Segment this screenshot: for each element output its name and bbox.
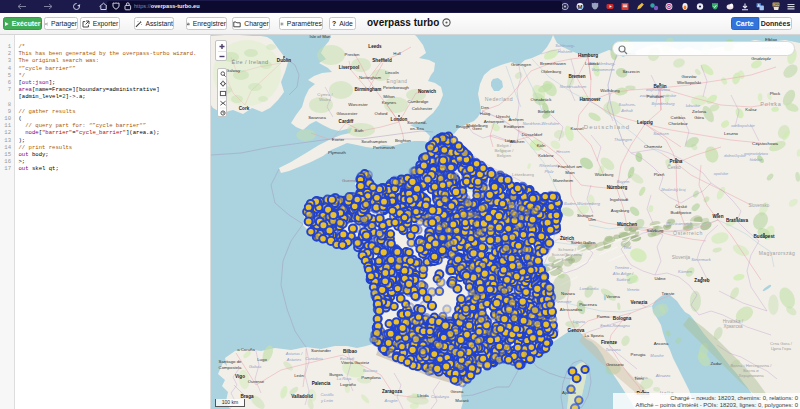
svg-text:Mannheim: Mannheim [553,178,573,183]
svg-text:Milton: Milton [383,94,395,99]
svg-text:Peterborough: Peterborough [383,85,410,90]
svg-text:Schleswig-: Schleswig- [555,43,575,48]
svg-text:Osnabrück: Osnabrück [531,97,553,102]
svg-text:Alessandria: Alessandria [560,307,583,312]
svg-text:Liège: Liège [505,138,516,143]
svg-text:Parma: Parma [597,314,610,319]
svg-text:Burgos: Burgos [329,372,343,377]
svg-text:Ingolstadt: Ingolstadt [610,197,629,202]
svg-text:Svizra: Svizra [561,257,573,262]
svg-text:Bielefeld: Bielefeld [538,109,555,114]
svg-text:Tirol: Tirol [623,245,631,250]
svg-text:Ourense: Ourense [248,379,265,384]
svg-text:Perugia: Perugia [631,352,646,357]
svg-text:Firenze: Firenze [601,340,618,345]
svg-text:La Spezia: La Spezia [584,333,604,338]
svg-text:Bath: Bath [355,128,364,133]
svg-text:Baden-Württemberg: Baden-Württemberg [564,201,601,206]
svg-text:Wolfsburg: Wolfsburg [600,88,620,93]
svg-text:Vitoria-Gasteiz: Vitoria-Gasteiz [341,360,369,365]
svg-text:Catalunya: Catalunya [431,394,450,399]
svg-text:Hamburg: Hamburg [578,53,598,58]
svg-text:Terni: Terni [634,376,643,381]
svg-text:Zaragoza: Zaragoza [382,389,403,394]
svg-text:Rheinland-: Rheinland- [539,163,559,168]
svg-text:Deutschland: Deutschland [584,124,631,130]
svg-text:Düsseldorf: Düsseldorf [522,132,543,137]
svg-text:Leszno: Leszno [724,131,738,136]
svg-text:Kärnten: Kärnten [678,269,693,274]
svg-text:Southampton: Southampton [361,139,387,144]
svg-text:Oberösterreich: Oberösterreich [666,221,693,226]
svg-text:Sankt Gallen: Sankt Gallen [571,240,596,245]
svg-text:Хрватска: Хрватска [723,324,743,329]
svg-text:Lugo: Lugo [257,357,267,362]
svg-text:Trieste: Trieste [662,291,676,296]
svg-text:wielkopolskie: wielkopolskie [731,123,755,128]
svg-text:München: München [617,222,637,227]
svg-text:lubuskie: lubuskie [686,103,701,108]
svg-text:Црна Гора: Црна Гора [771,346,792,351]
svg-text:Polska: Polska [760,101,781,107]
svg-text:Valladolid: Valladolid [291,394,313,399]
svg-text:Augsburg: Augsburg [611,208,630,213]
svg-text:Gorzów: Gorzów [682,74,698,79]
svg-text:Belgien: Belgien [497,153,512,158]
svg-text:Płock: Płock [770,91,781,96]
svg-text:Budějovice: Budějovice [670,210,692,215]
svg-text:Salzburg: Salzburg [647,228,665,233]
svg-text:Sachsen: Sachsen [653,131,669,136]
svg-text:Thüringen: Thüringen [614,137,633,142]
svg-text:Bremen: Bremen [568,74,585,79]
svg-text:Asturias /: Asturias / [285,351,304,356]
svg-text:Niedersachsen: Niedersachsen [560,84,587,89]
svg-text:Dublin: Dublin [277,58,291,63]
svg-text:Colchester: Colchester [412,106,433,111]
svg-text:Nederland: Nederland [485,96,513,102]
svg-text:Emilia-Romagna: Emilia-Romagna [600,323,630,328]
svg-text:Udine: Udine [654,276,666,281]
svg-text:Den: Den [481,105,489,110]
svg-text:Bologna: Bologna [613,316,632,321]
svg-text:Groningen: Groningen [511,62,532,67]
svg-text:Nürnberg: Nürnberg [607,185,628,190]
svg-text:Cambridge: Cambridge [407,99,429,104]
svg-text:Keynes: Keynes [382,100,396,105]
svg-text:Jihočeský kraj: Jihočeský kraj [659,187,685,192]
svg-text:on-Sea: on-Sea [410,126,424,131]
svg-text:Birmingham: Birmingham [355,87,382,92]
svg-text:Lëtzebuerg: Lëtzebuerg [512,172,535,177]
svg-text:Brighton: Brighton [395,138,412,143]
svg-text:Palencia: Palencia [312,381,331,386]
svg-text:Pfalz: Pfalz [545,169,554,174]
svg-text:Girona: Girona [451,389,465,394]
svg-text:Slovensko: Slovensko [749,203,770,208]
svg-text:Venezia: Venezia [631,300,648,305]
svg-text:Bremerhaven: Bremerhaven [540,61,566,66]
svg-text:Grudziądz: Grudziądz [751,56,771,61]
svg-text:Vorpommern: Vorpommern [592,67,616,72]
svg-text:Asturies: Asturies [286,357,301,362]
svg-text:Plzeň: Plzeň [654,172,665,177]
svg-text:České: České [675,204,688,209]
svg-text:Wales: Wales [319,97,332,102]
svg-text:Magyarország: Magyarország [759,250,795,256]
svg-text:Liverpool: Liverpool [339,65,360,70]
svg-text:Brandenburg: Brandenburg [651,101,675,106]
svg-text:Exeter: Exeter [332,137,345,142]
svg-text:Херцеговина: Херцеговина [738,373,764,378]
svg-text:Galicia: Galicia [249,364,262,369]
svg-text:Pamplona: Pamplona [361,375,381,380]
svg-text:Steiermark: Steiermark [691,257,711,262]
svg-text:Anhalt: Anhalt [620,108,633,113]
svg-text:Kassel: Kassel [571,126,584,131]
svg-text:Cardiff: Cardiff [339,119,354,124]
svg-text:Logroño: Logroño [340,382,356,387]
svg-text:Sheffield: Sheffield [372,58,392,63]
svg-text:Marche: Marche [650,353,664,358]
svg-text:Góra: Góra [694,115,704,120]
svg-text:Hannover: Hannover [579,97,600,102]
svg-text:Swansea: Swansea [308,115,326,120]
svg-text:Vigo: Vigo [235,374,245,379]
svg-text:łódzkie: łódzkie [750,157,763,162]
